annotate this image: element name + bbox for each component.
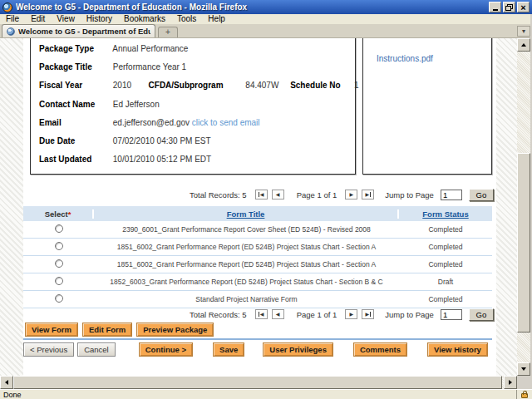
form-select-radio[interactable]: [55, 277, 63, 285]
restore-button[interactable]: [503, 2, 515, 12]
menu-bar: File Edit View History Bookmarks Tools H…: [0, 14, 532, 24]
fiscal-year-row: Fiscal Year 2010 CFDA/Subprogram 84.407W…: [39, 81, 355, 99]
cfda-value: 84.407W: [245, 81, 288, 90]
preview-package-button[interactable]: Preview Package: [136, 323, 214, 337]
bottom-pager: Total Records: 5 ◀ ◀ Page 1 of 1 ▶ ▶ Jum…: [190, 308, 494, 321]
due-date-value: 07/02/2010 04:30 PM EST: [113, 136, 211, 145]
form-actions-row: View Form Edit Form Preview Package: [25, 323, 218, 337]
menu-tools[interactable]: Tools: [171, 14, 202, 24]
last-updated-label: Last Updated: [39, 155, 111, 164]
navigation-actions-row: < Previous Cancel Continue > Save User P…: [23, 342, 488, 357]
form-select-radio[interactable]: [55, 224, 63, 233]
go-button[interactable]: Go: [469, 308, 494, 321]
last-page-icon: ▶: [365, 192, 371, 197]
form-title-cell: Standard Project Narrative Form: [94, 295, 399, 303]
horizontal-scroll-thumb[interactable]: [13, 376, 502, 389]
package-type-value: Annual Performance: [112, 44, 188, 53]
previous-page-button[interactable]: ◀: [272, 190, 284, 200]
vertical-scrollbar[interactable]: [517, 38, 530, 376]
close-icon: ×: [520, 3, 525, 12]
package-title-value: Performance Year 1: [113, 62, 186, 71]
menu-bookmarks[interactable]: Bookmarks: [118, 14, 171, 24]
first-page-icon: ◀: [259, 312, 264, 317]
comments-button[interactable]: Comments: [353, 342, 407, 357]
page-viewport: Package Type Annual Performance Package …: [0, 38, 517, 376]
jump-to-page-input[interactable]: [441, 190, 462, 200]
menu-edit[interactable]: Edit: [25, 14, 51, 24]
form-select-radio[interactable]: [55, 294, 63, 303]
package-details-panel: Package Type Annual Performance Package …: [30, 38, 356, 175]
scroll-left-button[interactable]: [0, 376, 13, 389]
next-page-button[interactable]: ▶: [345, 309, 357, 319]
table-row: 1851_6002_Grant Performance Report (ED 5…: [23, 256, 492, 273]
previous-page-icon: ◀: [276, 312, 280, 317]
arrow-left-icon: [5, 380, 8, 385]
save-button[interactable]: Save: [213, 342, 244, 357]
view-history-button[interactable]: View History: [427, 342, 488, 357]
previous-button[interactable]: < Previous: [23, 342, 74, 357]
browser-window: Welcome to G5 - Department of Education …: [0, 0, 532, 399]
package-type-row: Package Type Annual Performance: [39, 44, 355, 62]
package-title-row: Package Title Performance Year 1: [39, 62, 355, 81]
lock-icon: [521, 393, 528, 398]
edit-form-button[interactable]: Edit Form: [82, 323, 132, 337]
view-form-button[interactable]: View Form: [25, 323, 78, 337]
form-select-radio[interactable]: [55, 242, 63, 250]
next-page-button[interactable]: ▶: [345, 190, 357, 200]
menu-file[interactable]: File: [0, 14, 25, 24]
form-status-cell: Completed: [399, 225, 492, 234]
send-email-link[interactable]: click to send email: [192, 118, 260, 127]
section-divider: [23, 338, 492, 340]
cancel-button[interactable]: Cancel: [77, 342, 116, 357]
tab-bar: Welcome to G5 - Department of Edu... + ▾: [0, 24, 532, 38]
minimize-button[interactable]: [489, 2, 501, 12]
security-indicator[interactable]: [516, 390, 532, 399]
select-column-header: Select*: [23, 209, 94, 219]
form-status-cell: Completed: [399, 243, 492, 251]
active-tab[interactable]: Welcome to G5 - Department of Edu...: [2, 24, 155, 37]
cfda-label: CFDA/Subprogram: [149, 81, 244, 90]
table-row: Standard Project Narrative Form Complete…: [23, 291, 492, 308]
close-button[interactable]: ×: [517, 2, 530, 12]
total-records-label: Total Records: 5: [190, 190, 247, 200]
vertical-scroll-thumb[interactable]: [517, 153, 530, 332]
scroll-down-button[interactable]: [517, 362, 530, 376]
jump-to-page-input[interactable]: [441, 309, 462, 320]
status-text: Done: [0, 391, 516, 399]
globe-favicon-icon: [7, 27, 15, 36]
continue-button[interactable]: Continue >: [139, 342, 193, 357]
form-status-cell: Completed: [399, 260, 492, 268]
form-status-sort-link[interactable]: Form Status: [422, 209, 468, 219]
go-button[interactable]: Go: [469, 189, 494, 201]
menu-history[interactable]: History: [81, 14, 118, 24]
menu-help[interactable]: Help: [202, 14, 231, 24]
form-title-sort-link[interactable]: Form Title: [227, 209, 265, 219]
list-all-tabs-button[interactable]: ▾: [517, 26, 530, 37]
instructions-pdf-link[interactable]: Instructions.pdf: [377, 54, 433, 63]
horizontal-scrollbar[interactable]: [0, 376, 517, 389]
form-select-radio[interactable]: [55, 259, 63, 268]
first-page-button[interactable]: ◀: [255, 309, 268, 319]
package-title-label: Package Title: [39, 62, 111, 71]
first-page-button[interactable]: ◀: [255, 190, 268, 200]
new-tab-button[interactable]: +: [158, 27, 178, 37]
previous-page-button[interactable]: ◀: [272, 309, 284, 319]
restore-icon: [505, 4, 513, 11]
form-status-cell: Completed: [399, 295, 492, 303]
scroll-up-button[interactable]: [517, 38, 530, 52]
last-page-button[interactable]: ▶: [362, 309, 374, 319]
scroll-right-button[interactable]: [504, 376, 517, 389]
last-updated-value: 10/01/2010 05:12 PM EDT: [113, 155, 211, 164]
firefox-icon: [2, 2, 12, 12]
email-label: Email: [39, 118, 111, 127]
menu-view[interactable]: View: [51, 14, 81, 24]
email-value: ed.jefferson@ed.gov: [113, 118, 190, 127]
tab-title: Welcome to G5 - Department of Edu...: [18, 27, 150, 36]
last-page-button[interactable]: ▶: [362, 190, 374, 200]
next-page-icon: ▶: [349, 192, 353, 197]
previous-page-icon: ◀: [276, 192, 280, 197]
jump-to-page-label: Jump to Page: [385, 190, 434, 200]
status-bar: Done: [0, 389, 532, 399]
title-bar: Welcome to G5 - Department of Education …: [0, 0, 532, 14]
user-privileges-button[interactable]: User Privileges: [263, 342, 333, 357]
